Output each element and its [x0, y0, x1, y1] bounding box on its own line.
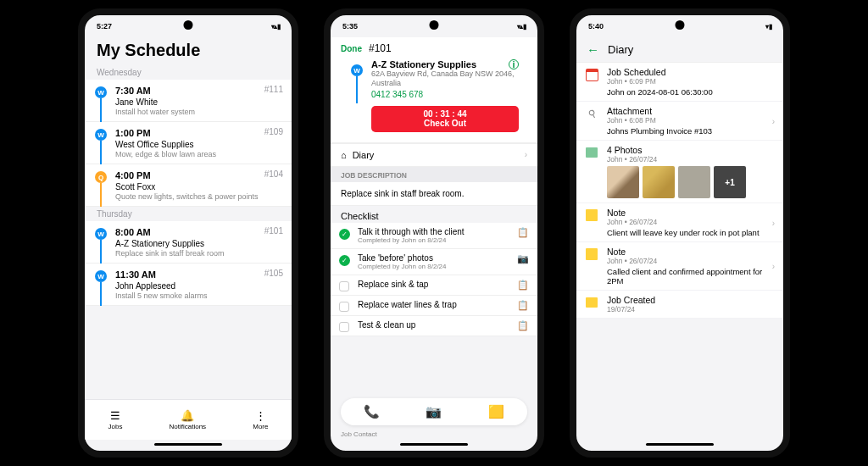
- checkbox-unchecked[interactable]: [339, 281, 349, 291]
- job-desc: Install 5 new smoke alarms: [115, 291, 283, 300]
- photo-more[interactable]: +1: [714, 166, 746, 198]
- entry-title: Job Created: [607, 295, 775, 305]
- photo-thumbnails: +1: [607, 166, 775, 198]
- checkout-label: Check Out: [371, 119, 519, 128]
- clipboard-icon: 📋: [517, 300, 529, 311]
- job-id: #105: [264, 269, 283, 278]
- job-number: #101: [369, 42, 392, 54]
- status-icons: ▾▴ ▮: [517, 23, 526, 31]
- diary-link[interactable]: ⌂ Diary ›: [331, 143, 537, 167]
- checkbox-unchecked[interactable]: [339, 302, 349, 312]
- job-client: A-Z Stationery Supplies: [115, 239, 283, 248]
- tab-bar: ☰ Jobs 🔔 Notifications ⋮ More: [85, 399, 292, 440]
- checklist-item[interactable]: 📋 Replace water lines & trap: [331, 296, 537, 316]
- done-label[interactable]: Done: [341, 44, 362, 53]
- checklist-title: Take 'before' photos: [358, 253, 529, 263]
- home-icon: ⌂: [341, 150, 347, 160]
- bell-icon: 🔔: [181, 410, 194, 421]
- status-time: 5:27: [97, 22, 112, 31]
- job-row[interactable]: W 7:30 AM #111 Jane White Install hot wa…: [85, 80, 292, 122]
- diary-title: Diary: [608, 43, 633, 56]
- entry-meta: John • 26/07/24: [607, 155, 775, 164]
- job-marker: W: [351, 64, 363, 76]
- diary-header: ← Diary: [576, 37, 783, 63]
- photo-thumb[interactable]: [607, 166, 639, 198]
- checkout-timer: 00 : 31 : 44: [371, 109, 519, 119]
- diary-entry-scheduled[interactable]: Job Scheduled John • 6:09 PM John on 202…: [576, 63, 783, 102]
- job-desc: Replace sink in staff break room: [115, 249, 283, 258]
- client-phone[interactable]: 0412 345 678: [371, 90, 519, 99]
- calendar-icon: [585, 68, 598, 81]
- diary-entry-note[interactable]: Note John • 26/07/24 Called client and c…: [576, 242, 783, 291]
- call-icon[interactable]: 📞: [364, 404, 380, 419]
- job-client: John Appleseed: [115, 281, 283, 291]
- checkbox-unchecked[interactable]: [339, 322, 349, 332]
- diary-entry-note[interactable]: Note John • 26/07/24 Client will leave k…: [576, 203, 783, 242]
- photo-thumb[interactable]: [643, 166, 675, 198]
- checklist-item[interactable]: 📋 Replace sink & tap: [331, 275, 537, 296]
- diary-entry-created[interactable]: Job Created 19/07/24: [576, 291, 783, 319]
- job-marker: W: [95, 228, 107, 240]
- checklist-title: Replace sink & tap: [358, 280, 529, 289]
- front-camera: [184, 20, 193, 30]
- job-row[interactable]: W 1:00 PM #109 West Office Supplies Mow,…: [85, 122, 292, 164]
- note-icon[interactable]: 🟨: [488, 404, 504, 419]
- chevron-right-icon: ›: [772, 116, 775, 125]
- client-name: A-Z Stationery Supplies: [371, 59, 519, 69]
- tab-label: Notifications: [170, 423, 207, 430]
- check-out-button[interactable]: 00 : 31 : 44 Check Out: [371, 106, 519, 132]
- home-indicator: [400, 443, 468, 446]
- job-row[interactable]: Q 4:00 PM #104 Scott Foxx Quote new ligh…: [85, 164, 292, 207]
- status-time: 5:35: [342, 22, 358, 31]
- job-marker: W: [95, 86, 107, 98]
- checklist-item[interactable]: ✓ 📷 Take 'before' photos Completed by Jo…: [331, 249, 537, 275]
- job-client: Jane White: [115, 97, 283, 107]
- chevron-right-icon: ›: [525, 150, 527, 159]
- diary-label: Diary: [353, 150, 375, 160]
- checklist-title: Replace water lines & trap: [358, 300, 529, 309]
- job-description-text: Replace sink in staff break room.: [331, 182, 537, 206]
- job-description-heading: JOB DESCRIPTION: [331, 167, 537, 182]
- job-row[interactable]: W 11:30 AM #105 John Appleseed Install 5…: [85, 264, 292, 306]
- job-client: Scott Foxx: [115, 182, 283, 191]
- checklist-heading: Checklist: [331, 206, 537, 223]
- day-heading: Wednesday: [85, 65, 292, 80]
- photo-thumb[interactable]: [678, 166, 710, 198]
- entry-meta: John • 26/07/24: [607, 257, 775, 265]
- back-arrow-icon[interactable]: ←: [587, 42, 599, 57]
- quick-action-bar: 📞 📷 🟨: [341, 398, 527, 425]
- entry-body: Johns Plumbing Invoice #103: [607, 126, 775, 136]
- checklist-title: Test & clean up: [358, 320, 529, 330]
- checklist-item[interactable]: ✓ 📋 Talk it through with the client Comp…: [331, 223, 537, 249]
- tab-notifications[interactable]: 🔔 Notifications: [170, 410, 207, 430]
- entry-body: John on 2024-08-01 06:30:00: [607, 87, 775, 97]
- job-time: 1:00 PM: [115, 128, 151, 138]
- page-title: My Schedule: [85, 37, 292, 65]
- camera-icon[interactable]: 📷: [426, 404, 442, 419]
- tab-jobs[interactable]: ☰ Jobs: [108, 410, 123, 430]
- more-icon: ⋮: [255, 410, 266, 421]
- job-row[interactable]: W 8:00 AM #101 A-Z Stationery Supplies R…: [85, 221, 292, 264]
- job-marker: W: [95, 129, 107, 141]
- job-client: West Office Supplies: [115, 140, 283, 149]
- job-id: #101: [264, 226, 283, 236]
- tab-label: More: [253, 423, 268, 430]
- checklist-title: Talk it through with the client: [358, 227, 529, 236]
- entry-meta: John • 6:09 PM: [607, 77, 775, 86]
- chevron-right-icon: ›: [772, 262, 775, 271]
- checklist-meta: Completed by John on 8/2/24: [358, 236, 529, 244]
- clipboard-icon: 📋: [517, 320, 529, 331]
- entry-meta: John • 26/07/24: [607, 218, 775, 226]
- diary-entry-attachment[interactable]: ⚲ Attachment John • 6:08 PM Johns Plumbi…: [576, 102, 783, 141]
- checklist-meta: Completed by John on 8/2/24: [358, 263, 529, 270]
- tab-more[interactable]: ⋮ More: [253, 410, 268, 430]
- timeline: [100, 282, 102, 306]
- entry-body: Client will leave key under rock in pot …: [607, 228, 775, 237]
- checklist-item[interactable]: 📋 Test & clean up: [331, 316, 537, 336]
- photos-icon: [585, 146, 598, 159]
- job-time: 4:00 PM: [115, 170, 151, 180]
- job-desc: Quote new lights, switches & power point…: [115, 192, 283, 201]
- info-icon[interactable]: i: [509, 59, 519, 69]
- job-time: 7:30 AM: [115, 86, 151, 96]
- diary-entry-photos[interactable]: 4 Photos John • 26/07/24 +1: [576, 141, 783, 203]
